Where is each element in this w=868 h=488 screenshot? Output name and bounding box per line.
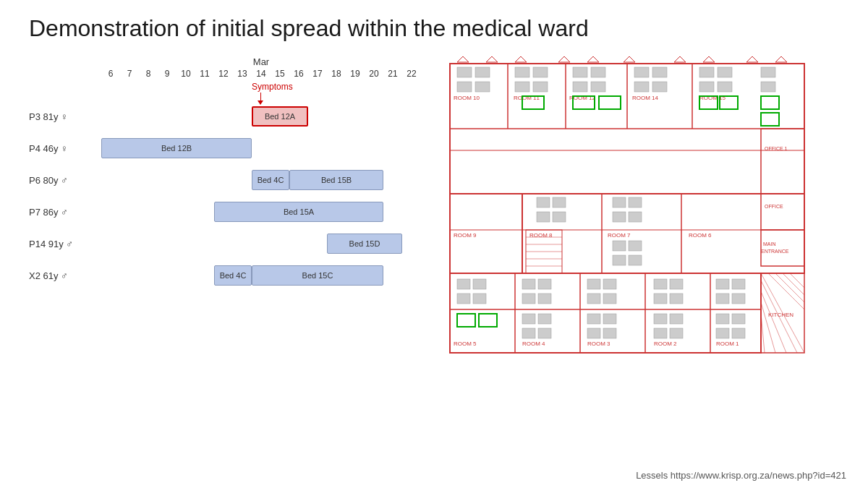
svg-rect-101 bbox=[587, 279, 600, 289]
svg-rect-107 bbox=[587, 328, 600, 338]
patient-rows: P3 81y ♀Bed 12AP4 46y ♀Bed 12BP6 80y ♂Be… bbox=[29, 103, 421, 288]
date-cell: 17 bbox=[308, 69, 327, 79]
timeline-track: Bed 4CBed 15B bbox=[101, 167, 421, 193]
svg-marker-140 bbox=[587, 56, 599, 62]
citation: Lessels https://www.krisp.org.za/news.ph… bbox=[636, 470, 846, 481]
svg-rect-20 bbox=[533, 67, 548, 77]
svg-marker-139 bbox=[558, 56, 570, 62]
svg-text:ROOM 14: ROOM 14 bbox=[632, 95, 659, 101]
svg-rect-31 bbox=[652, 67, 667, 77]
svg-rect-121 bbox=[716, 314, 729, 324]
svg-text:ROOM 2: ROOM 2 bbox=[654, 341, 677, 347]
patient-label: P6 80y ♂ bbox=[29, 175, 101, 186]
svg-line-130 bbox=[783, 273, 804, 295]
timeline-bar: Bed 15A bbox=[214, 202, 383, 222]
svg-rect-63 bbox=[613, 197, 626, 207]
svg-rect-93 bbox=[522, 279, 535, 289]
svg-rect-113 bbox=[654, 314, 667, 324]
svg-rect-17 bbox=[457, 82, 472, 92]
svg-marker-138 bbox=[515, 56, 527, 62]
svg-marker-136 bbox=[457, 56, 469, 62]
svg-rect-42 bbox=[761, 96, 779, 109]
timeline-bar: Bed 4C bbox=[214, 265, 252, 286]
svg-text:ROOM 7: ROOM 7 bbox=[608, 232, 631, 239]
svg-rect-111 bbox=[654, 294, 667, 304]
timeline-bar: Bed 12A bbox=[252, 106, 308, 127]
svg-rect-48 bbox=[761, 230, 804, 266]
timeline-bar: Bed 4C bbox=[252, 170, 289, 190]
svg-rect-100 bbox=[538, 328, 551, 338]
svg-rect-98 bbox=[538, 314, 551, 324]
svg-line-128 bbox=[768, 273, 804, 309]
svg-marker-145 bbox=[775, 56, 787, 62]
svg-line-129 bbox=[775, 273, 804, 302]
svg-rect-32 bbox=[634, 82, 649, 92]
svg-rect-99 bbox=[522, 328, 535, 338]
svg-rect-106 bbox=[603, 314, 616, 324]
svg-rect-59 bbox=[537, 197, 550, 207]
svg-rect-120 bbox=[732, 294, 745, 304]
svg-rect-92 bbox=[479, 314, 497, 327]
svg-rect-118 bbox=[732, 279, 745, 289]
svg-text:ROOM 5: ROOM 5 bbox=[454, 341, 477, 347]
date-cell: 10 bbox=[176, 69, 195, 79]
svg-line-127 bbox=[761, 273, 804, 353]
timeline-track: Bed 12A bbox=[101, 103, 421, 129]
svg-rect-16 bbox=[475, 67, 490, 77]
date-row: 678910111213141516171819202122 bbox=[101, 69, 421, 79]
svg-rect-88 bbox=[473, 279, 486, 289]
svg-rect-64 bbox=[629, 197, 642, 207]
timeline-track: Bed 15A bbox=[101, 199, 421, 225]
svg-rect-60 bbox=[553, 197, 566, 207]
svg-rect-96 bbox=[538, 294, 551, 304]
svg-rect-26 bbox=[573, 82, 587, 92]
svg-rect-87 bbox=[457, 279, 470, 289]
svg-rect-95 bbox=[522, 294, 535, 304]
svg-rect-91 bbox=[457, 314, 475, 327]
svg-rect-35 bbox=[718, 67, 732, 77]
svg-rect-30 bbox=[634, 67, 649, 77]
content-area: Mar 678910111213141516171819202122 Sympt… bbox=[29, 56, 839, 360]
date-cell: 11 bbox=[195, 69, 214, 79]
date-cell: 12 bbox=[214, 69, 233, 79]
patient-label: P3 81y ♀ bbox=[29, 111, 101, 122]
svg-rect-33 bbox=[652, 82, 667, 92]
floorplan-area: ROOM 10 ROOM 11 ROOM 12 ROOM 14 ROOM 15 bbox=[443, 56, 839, 360]
svg-rect-27 bbox=[591, 82, 605, 92]
svg-rect-103 bbox=[587, 294, 600, 304]
svg-rect-40 bbox=[761, 67, 775, 77]
svg-text:ROOM 3: ROOM 3 bbox=[587, 341, 610, 347]
svg-text:ENTRANCE: ENTRANCE bbox=[761, 249, 789, 254]
date-cell: 21 bbox=[383, 69, 402, 79]
svg-rect-110 bbox=[670, 279, 683, 289]
svg-text:OFFICE 1: OFFICE 1 bbox=[765, 146, 788, 151]
svg-rect-41 bbox=[761, 82, 775, 92]
patient-row: P3 81y ♀Bed 12A bbox=[29, 103, 421, 129]
date-cell: 20 bbox=[365, 69, 383, 79]
svg-rect-37 bbox=[718, 82, 732, 92]
svg-rect-117 bbox=[716, 279, 729, 289]
svg-rect-61 bbox=[537, 212, 550, 222]
svg-rect-65 bbox=[613, 212, 626, 222]
svg-rect-102 bbox=[603, 279, 616, 289]
svg-text:MAIN: MAIN bbox=[763, 241, 776, 247]
svg-rect-15 bbox=[457, 67, 472, 77]
svg-rect-24 bbox=[573, 67, 587, 77]
date-cell: 8 bbox=[139, 69, 158, 79]
svg-rect-105 bbox=[587, 314, 600, 324]
svg-marker-144 bbox=[746, 56, 758, 62]
svg-rect-44 bbox=[761, 129, 804, 194]
svg-text:ROOM 8: ROOM 8 bbox=[529, 232, 553, 239]
svg-rect-70 bbox=[629, 255, 642, 265]
svg-rect-116 bbox=[670, 328, 683, 338]
date-cell: 15 bbox=[271, 69, 289, 79]
svg-text:ROOM 4: ROOM 4 bbox=[522, 341, 545, 347]
svg-rect-25 bbox=[591, 67, 605, 77]
patient-row: P6 80y ♂Bed 4CBed 15B bbox=[29, 167, 421, 193]
timeline-bar: Bed 15D bbox=[327, 234, 402, 254]
svg-rect-109 bbox=[654, 279, 667, 289]
svg-text:KITCHEN: KITCHEN bbox=[768, 312, 793, 318]
svg-rect-112 bbox=[670, 294, 683, 304]
svg-rect-122 bbox=[732, 314, 745, 324]
svg-rect-22 bbox=[533, 82, 548, 92]
